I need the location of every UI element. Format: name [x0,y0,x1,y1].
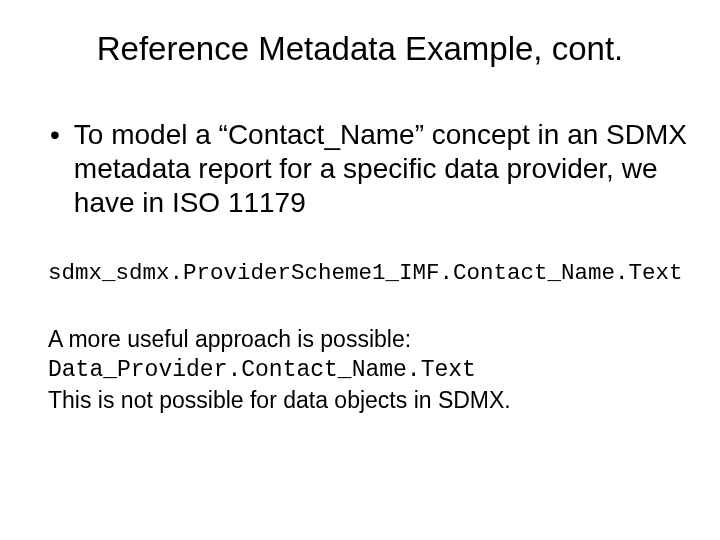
body-line-2: This is not possible for data objects in… [48,387,690,414]
slide: Reference Metadata Example, cont. • To m… [0,0,720,540]
bullet-item: • To model a “Contact_Name” concept in a… [50,118,690,220]
code-example-2: Data_Provider.Contact_Name.Text [48,357,690,383]
bullet-text: To model a “Contact_Name” concept in an … [74,118,690,220]
body-line-1: A more useful approach is possible: [48,326,690,353]
slide-title: Reference Metadata Example, cont. [30,30,690,68]
bullet-dot: • [50,118,60,152]
code-example-1: sdmx_sdmx.ProviderScheme1_IMF.Contact_Na… [48,260,690,286]
